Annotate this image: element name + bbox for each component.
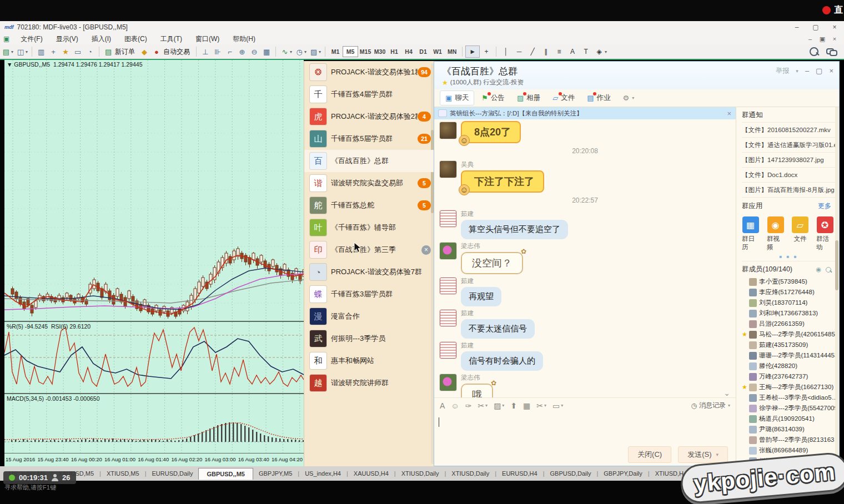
profiles-icon-dropdown[interactable]: ▾ xyxy=(26,49,28,54)
indicators-icon[interactable]: ∿ xyxy=(279,46,291,57)
send-button[interactable]: 发送(S)▾ xyxy=(678,446,728,463)
group-item-11[interactable]: 蝶千锤百炼3届学员群 xyxy=(304,283,434,305)
chart-tab-US_index,H4[interactable]: US_index,H4 xyxy=(299,468,346,479)
more-link[interactable]: 更多 xyxy=(818,201,831,211)
periods-icon[interactable]: ◷ xyxy=(293,46,305,57)
group-item-6[interactable]: 谐谐波研究院实盘交易部5 xyxy=(304,172,434,194)
emoticon-icon[interactable]: ☺ xyxy=(451,401,459,410)
group-notice-file[interactable]: 【图片】百战百胜海报-8月版.jpg xyxy=(742,182,836,197)
indicators-icon-dropdown[interactable]: ▾ xyxy=(290,49,292,54)
member-item[interactable]: 徐学禄---2季学员(55427009) xyxy=(742,403,836,414)
qq-maximize-button[interactable]: ▢ xyxy=(816,67,822,75)
group-notice-file[interactable]: 【图片】1471239938027.jpg xyxy=(742,152,836,167)
auto-trading-icon[interactable]: ● xyxy=(150,46,163,57)
chart-tab-GBPUSD,,M5[interactable]: GBPUSD,,M5 xyxy=(198,468,253,480)
member-item[interactable]: 尹璐(86314039) xyxy=(742,424,836,435)
close-chat-button[interactable]: 关闭(C) xyxy=(628,446,671,463)
price-pane[interactable]: ▼ GBPUSD,,M5 1.29474 1.29476 1.29417 1.2… xyxy=(4,60,304,321)
navigator-icon[interactable]: ★ xyxy=(59,46,72,57)
group-item-5[interactable]: 百《百战百胜》总群 xyxy=(304,150,434,172)
member-item[interactable]: 珊珊---2季学员(1143144453) xyxy=(742,350,836,361)
group-item-3[interactable]: 虎PROJACK-谐波交易体验2群4 xyxy=(304,105,434,128)
member-item[interactable]: 滕伦(428820) xyxy=(742,361,836,371)
text-icon[interactable]: A xyxy=(566,46,579,57)
cursor-icon[interactable]: ► xyxy=(465,46,480,58)
scissors-icon[interactable]: ✂▾ xyxy=(536,401,546,410)
sender-avatar[interactable] xyxy=(440,243,456,259)
app-群日历[interactable]: ▦群日历 xyxy=(742,216,759,251)
chart-tab-XTIUSD,Daily[interactable]: XTIUSD,Daily xyxy=(446,468,495,479)
timeframe-M1[interactable]: M1 xyxy=(328,47,343,57)
wpr-rsi-pane[interactable]: %R(5) -94.5245 RSI(6) 29.6120 xyxy=(4,322,304,393)
group-item-14[interactable]: 和惠丰和畅网站 xyxy=(304,350,434,372)
group-close-icon[interactable]: × xyxy=(421,245,431,255)
timeframe-W1[interactable]: W1 xyxy=(430,47,445,57)
menu-帮助[interactable]: 帮助(H) xyxy=(226,35,262,43)
scroll-down-icon[interactable]: ⌄ xyxy=(724,389,730,397)
member-item[interactable]: 茹建(435173509) xyxy=(742,340,836,350)
group-item-8[interactable]: 叶《千锤百炼》辅导部 xyxy=(304,216,434,239)
timeframe-M5[interactable]: M5 xyxy=(343,46,358,57)
bar-chart-icon[interactable]: ⊥ xyxy=(199,46,212,57)
templates-icon[interactable]: ▨ xyxy=(308,46,320,57)
timeframe-D1[interactable]: D1 xyxy=(416,47,430,57)
shapes-icon-dropdown[interactable]: ▾ xyxy=(605,49,607,54)
sidebar-scrollbar[interactable] xyxy=(835,107,838,466)
sender-avatar[interactable] xyxy=(440,310,456,326)
auto-trading-label[interactable]: 自动交易 xyxy=(163,47,190,57)
group-item-4[interactable]: 山千锤百炼5届学员群21 xyxy=(304,128,434,150)
group-item-12[interactable]: 漫漫富合作 xyxy=(304,305,434,327)
zoom-in-icon[interactable]: ⊕ xyxy=(236,46,248,57)
announcement-bar[interactable]: 英镑组长---方淑弘：[/:D]【来自我的特别关注】 × xyxy=(434,107,736,119)
tab-相册[interactable]: ▨相册 xyxy=(512,91,545,105)
gear-dropdown-icon[interactable]: ▾ xyxy=(632,95,634,100)
group-item-9[interactable]: 印《百战百胜》第三季× xyxy=(304,239,434,261)
sender-avatar[interactable] xyxy=(440,374,456,391)
tab-settings[interactable]: ⚙▾ xyxy=(618,92,640,104)
history-dropdown-icon[interactable]: ▾ xyxy=(728,403,730,408)
member-item[interactable]: ★马松---2季学员(420615485) xyxy=(742,329,836,340)
report-dropdown-icon[interactable]: ▾ xyxy=(796,68,798,74)
menu-插入[interactable]: 插入(I) xyxy=(85,35,118,43)
member-item[interactable]: 刘昊(183707114) xyxy=(742,298,836,308)
zoom-out-icon[interactable]: ⊖ xyxy=(248,46,260,57)
periods-icon-dropdown[interactable]: ▾ xyxy=(304,49,307,54)
group-notice-file[interactable]: 【文件】通达信通赢版学习版01.exe xyxy=(742,137,836,152)
line-chart-icon[interactable]: ⌐ xyxy=(224,46,236,57)
macd-pane[interactable]: MACD(5,34,5) -0.001453 -0.000650 xyxy=(4,394,304,453)
menu-显示[interactable]: 显示(V) xyxy=(49,35,85,43)
chart-tab-GBPJPY,Daily[interactable]: GBPJPY,Daily xyxy=(598,468,648,479)
chart-tab-GBPUSD,Daily[interactable]: GBPUSD,Daily xyxy=(544,468,596,479)
group-notice-file[interactable]: 【文件】Doc1.docx xyxy=(742,167,836,182)
member-item[interactable]: 王希桢---3季学员<didiao5… xyxy=(742,392,836,403)
group-item-15[interactable]: 越谐波研究院讲师群 xyxy=(304,372,434,394)
close-button[interactable]: × xyxy=(825,23,844,31)
group-item-2[interactable]: 千千锤百炼4届学员群 xyxy=(304,83,434,105)
search-icon[interactable] xyxy=(810,47,818,56)
mdi-restore-button[interactable]: ▣ xyxy=(816,36,828,43)
terminal-icon[interactable]: ▭ xyxy=(72,46,84,57)
chart-tab-EURUSD,Daily[interactable]: EURUSD,Daily xyxy=(147,468,199,479)
screenshot-icon[interactable]: ✂▾ xyxy=(478,401,488,410)
announcement-close-icon[interactable]: × xyxy=(727,109,731,118)
chart-tab-XAUUSD,H4[interactable]: XAUUSD,H4 xyxy=(348,468,394,479)
message-input[interactable] xyxy=(434,413,736,443)
sender-avatar[interactable] xyxy=(440,278,456,294)
profiles-icon[interactable]: ◫ xyxy=(14,46,27,57)
timeframe-MN[interactable]: MN xyxy=(445,47,459,57)
channel-icon[interactable]: ∥ xyxy=(539,46,552,57)
tab-公告[interactable]: ⚑公告 xyxy=(476,91,510,105)
new-chart-icon[interactable]: ▤ xyxy=(0,46,12,57)
menu-工具[interactable]: 工具(T) xyxy=(154,35,189,43)
mdi-close-button[interactable]: × xyxy=(828,36,841,43)
apps-pager-dots[interactable]: ■ ■ ■ xyxy=(742,253,836,261)
strategy-tester-icon[interactable]: ◔ xyxy=(84,46,96,57)
app-群视频[interactable]: ◉群视频 xyxy=(767,216,784,251)
member-item[interactable]: 李应烽(517276448) xyxy=(742,287,836,298)
candlestick-icon[interactable]: ⊪ xyxy=(212,46,224,57)
tile-windows-icon[interactable]: ▦ xyxy=(260,46,273,57)
menu-文件[interactable]: 文件(F) xyxy=(14,35,49,43)
image-icon[interactable]: ▨▾ xyxy=(494,401,504,410)
message-list[interactable]: 8点20了☺20:20:08吴典下注了下注了☺20:22:57茹建算空头信号但不… xyxy=(434,119,736,397)
templates-icon-dropdown[interactable]: ▾ xyxy=(319,49,321,54)
